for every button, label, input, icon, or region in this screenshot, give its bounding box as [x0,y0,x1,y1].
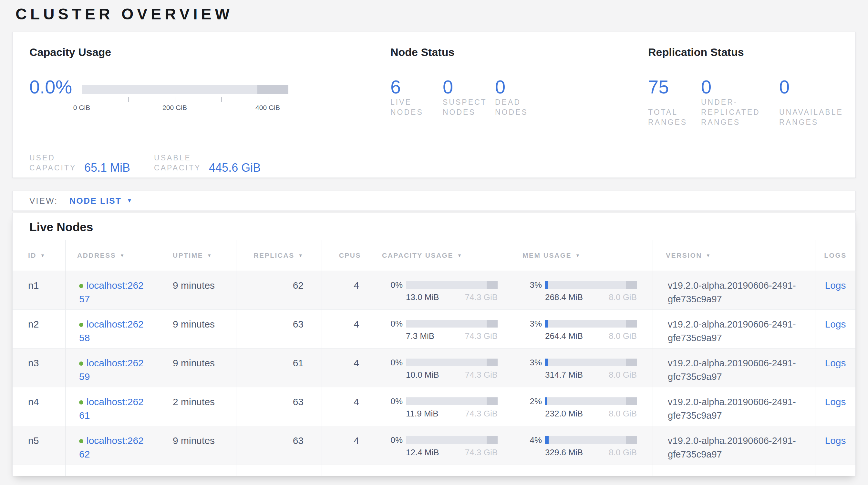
node-live-icon [79,323,83,327]
cell-logs: Logs [815,271,856,309]
capacity-usage-bar [82,85,288,94]
node-address-link[interactable]: localhost:26262 [79,435,144,459]
table-row: n2 localhost:26258 9 minutes 63 4 0% 7.3… [12,310,856,348]
replication-status-title: Replication Status [648,45,856,59]
stat-label: TOTAL RANGES [648,107,701,127]
view-selected-value: NODE LIST [69,196,121,206]
capacity-usage-bar [406,436,498,444]
chevron-down-icon: ▼ [127,198,133,204]
capacity-usage-section: Capacity Usage 0.0% 0 GiB200 GiB400 GiB … [29,45,391,177]
capacity-bar-tail [487,359,498,366]
capacity-usage-bar [406,359,498,366]
cell-mem-usage: 3% 314.7 MiB 8.0 GiB [510,348,653,387]
cell-logs: Logs [815,387,856,426]
cell-cpus: 4 [321,310,374,348]
mem-bar-fill [545,436,549,444]
mem-total-value: 8.0 GiB [609,370,637,379]
cell-replicas: 62 [236,271,321,309]
table-row: n1 localhost:26257 9 minutes 62 4 0% 13.… [12,271,856,310]
table-row: n5 localhost:26262 9 minutes 63 4 0% 12.… [12,426,856,465]
capacity-percent: 0% [383,319,403,328]
sort-icon: ▼ [120,253,125,258]
cell-node-address: localhost:26262 [65,426,159,465]
sort-icon: ▼ [576,253,581,258]
table-header: ID▼ ADDRESS▼ UPTIME▼ REPLICAS▼ CPUS CAPA… [12,240,856,271]
capacity-used-value: 11.9 MiB [406,409,438,419]
cell-capacity-usage: 0% 7.3 MiB 74.3 GiB [374,310,510,348]
cell-logs: Logs [815,310,856,348]
capacity-percent: 0% [383,281,403,289]
capacity-used-value: 12.4 MiB [406,448,439,457]
stat-label: DEAD NODES [495,97,547,117]
node-address-link[interactable]: localhost:26259 [79,358,144,382]
stat: 0SUSPECT NODES [443,77,495,117]
column-header-replicas[interactable]: REPLICAS▼ [236,240,321,270]
mem-usage-bar [545,320,637,327]
capacity-bar-tail [487,436,498,444]
stat-label: UNDER- REPLICATED RANGES [701,97,779,127]
axis-tick [221,97,222,102]
cell-version: v19.2.0-alpha.20190606-2491-gfe735c9a97 [653,426,815,465]
capacity-percent: 0% [383,436,403,444]
column-header-capacity-usage[interactable]: CAPACITY USAGE▼ [374,240,510,270]
capacity-total-value: 74.3 GiB [465,409,498,419]
cell-uptime: 9 minutes [159,426,236,465]
cell-mem-usage: 3% 264.4 MiB 8.0 GiB [510,310,653,348]
column-header-id[interactable]: ID▼ [12,240,65,270]
mem-percent: 2% [522,397,542,405]
node-status-section: Node Status 6LIVE NODES0SUSPECT NODES0DE… [391,45,648,177]
cell-cpus: 4 [321,271,374,309]
mem-bar-fill [545,281,548,289]
mem-bar-fill [545,320,548,327]
logs-link[interactable]: Logs [825,435,846,446]
used-capacity-stat: USED CAPACITY 65.1 MiB [29,153,130,173]
capacity-total-value: 74.3 GiB [465,370,498,379]
stat-value: 0 [495,77,547,97]
stat-label: SUSPECT NODES [443,97,495,117]
usable-capacity-label: USABLE CAPACITY [154,153,209,173]
logs-link[interactable]: Logs [825,358,846,368]
column-header-address[interactable]: ADDRESS▼ [65,240,159,270]
capacity-bar-tail [487,320,498,327]
capacity-total-value: 74.3 GiB [465,331,498,341]
capacity-total-value: 74.3 GiB [465,292,498,302]
mem-total-value: 8.0 GiB [609,448,637,457]
cell-node-address: localhost:26257 [65,271,159,309]
node-address-link[interactable]: localhost:26257 [79,280,144,304]
column-header-mem-usage[interactable]: MEM USAGE▼ [510,240,653,270]
stat-value: 6 [391,77,443,97]
mem-used-value: 268.4 MiB [545,292,583,302]
stat-label: UNAVAILABLE RANGES [779,107,843,127]
logs-link[interactable]: Logs [825,319,846,330]
cell-uptime: 9 minutes [159,310,236,348]
used-capacity-label: USED CAPACITY [29,153,84,173]
table-title: Live Nodes [29,219,856,236]
cell-node-id: n3 [12,348,65,387]
cell-node-id: n5 [12,426,65,465]
mem-bar-tail [626,320,637,327]
cell-mem-usage: 4% 329.6 MiB 8.0 GiB [510,426,653,465]
cell-capacity-usage: 0% 10.0 MiB 74.3 GiB [374,348,510,387]
mem-total-value: 8.0 GiB [609,292,637,302]
cell-logs: Logs [815,426,856,465]
mem-usage-bar [545,359,637,366]
node-address-link[interactable]: localhost:26261 [79,396,144,421]
cell-logs: Logs [815,348,856,387]
mem-usage-bar [545,281,637,289]
live-nodes-card: Live Nodes ID▼ ADDRESS▼ UPTIME▼ REPLICAS… [12,213,856,476]
cell-node-address: localhost:26258 [65,310,159,348]
capacity-usage-bar [406,320,498,327]
cell-node-id: n1 [12,271,65,309]
view-selector[interactable]: NODE LIST ▼ [69,196,133,206]
logs-link[interactable]: Logs [825,280,846,291]
usable-capacity-value: 445.6 GiB [209,162,260,173]
column-header-version[interactable]: VERSION▼ [653,240,815,270]
cell-node-id: n2 [12,310,65,348]
cell-version: v19.2.0-alpha.20190606-2491-gfe735c9a97 [653,310,815,348]
capacity-usage-bar [406,281,498,289]
logs-link[interactable]: Logs [825,396,846,407]
view-label: VIEW: [29,196,58,206]
node-address-link[interactable]: localhost:26258 [79,319,144,343]
capacity-bar-tail [487,281,498,289]
column-header-uptime[interactable]: UPTIME▼ [159,240,236,270]
